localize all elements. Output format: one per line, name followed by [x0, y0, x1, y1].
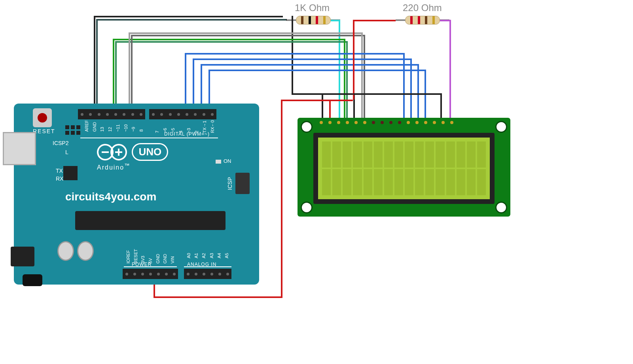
- on-led: ON: [216, 158, 231, 164]
- regulator-icon: [11, 247, 34, 266]
- analog-pin-labels: A0A1A2A3A4A5: [185, 253, 231, 258]
- mounting-hole-icon: [495, 202, 507, 213]
- digital-header-a: [78, 109, 145, 119]
- infinity-plus-icon: [110, 144, 127, 160]
- digital-header-b: [149, 109, 216, 119]
- reset-label: RESET: [33, 128, 55, 134]
- reset-button-icon: [33, 108, 52, 127]
- power-header: [123, 269, 178, 279]
- power-jack-icon: [23, 274, 42, 286]
- power-pin-labels: IOREFRESET3V35VGNDGNDVIN: [125, 249, 176, 264]
- atmega16u2-icon: [63, 166, 78, 180]
- analog-header: [184, 269, 231, 279]
- lcd-pin-header: [320, 118, 453, 124]
- wiring-diagram: 1K Ohm 220 Ohm: [0, 0, 633, 364]
- watermark-text: circuits4you.com: [65, 190, 156, 203]
- l-label: L: [65, 149, 68, 155]
- brand-text: Arduino: [97, 164, 124, 171]
- arduino-logo: UNO Arduino™: [97, 143, 168, 171]
- lcd-16x2-module: [298, 118, 510, 217]
- resistor-220: [405, 16, 440, 25]
- digital-section-label: DIGITAL (PWM=~): [164, 131, 210, 137]
- lcd-display-area: [318, 138, 490, 199]
- atmega328-icon: [75, 211, 226, 230]
- lcd-bezel: [313, 133, 495, 204]
- icsp-header-icon: [235, 173, 250, 194]
- r2-label: 220 Ohm: [403, 2, 442, 13]
- mounting-hole-icon: [301, 121, 313, 133]
- mounting-hole-icon: [495, 121, 507, 133]
- arduino-uno-board: RESET ICSP2 L TX ▭ RX ▭ ICSP ON AREFGND1…: [14, 104, 259, 285]
- icsp-label: ICSP: [227, 177, 233, 190]
- digital-pins-a-labels: AREFGND1312~11~10~98: [83, 120, 145, 132]
- rx-label: RX: [56, 175, 63, 182]
- usb-port-icon: [3, 132, 36, 165]
- resistor-1k: [296, 16, 331, 25]
- mounting-hole-icon: [301, 202, 313, 213]
- model-badge: UNO: [132, 143, 168, 161]
- tx-label: TX: [56, 168, 63, 174]
- icsp2-label: ICSP2: [53, 140, 68, 146]
- r1-label: 1K Ohm: [295, 2, 330, 13]
- capacitors-icon: [57, 241, 94, 261]
